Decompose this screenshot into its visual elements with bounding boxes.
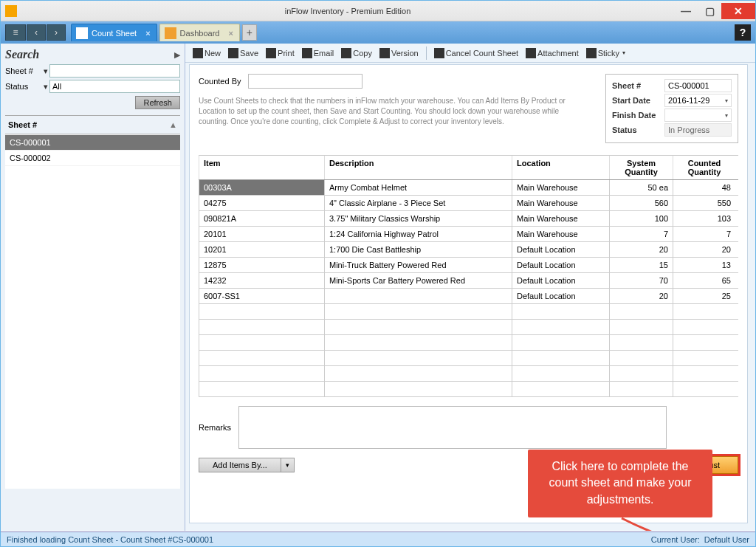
maximize-button[interactable]: ▢ — [698, 3, 721, 19]
status-left: Finished loading Count Sheet - Count She… — [7, 535, 213, 544]
print-icon — [266, 48, 276, 58]
table-row[interactable] — [199, 335, 738, 351]
list-item[interactable]: CS-000002 — [5, 151, 180, 166]
save-icon — [228, 48, 238, 58]
menu-burger-button[interactable]: ≡ — [5, 24, 26, 41]
attachment-icon — [526, 48, 536, 58]
table-row[interactable] — [199, 351, 738, 366]
dashboard-icon — [165, 27, 176, 39]
info-start-date-picker[interactable]: 2016-11-29▾ — [664, 94, 732, 107]
help-button[interactable]: ? — [735, 24, 751, 41]
sheet-filter-dropdown-icon[interactable]: ▾ — [44, 66, 49, 76]
col-item[interactable]: Item — [199, 156, 324, 179]
app-icon — [5, 5, 17, 17]
close-tab-icon[interactable]: × — [145, 29, 150, 38]
dropdown-caret-icon: ▾ — [725, 97, 728, 104]
search-sheet-label: Sheet # — [5, 66, 44, 75]
table-row[interactable]: 00303AArmy Combat HelmetMain Warehouse50… — [199, 180, 738, 196]
info-finish-date-picker[interactable]: ▾ — [664, 109, 732, 122]
table-row[interactable]: 102011:700 Die Cast BattleshipDefault Lo… — [199, 242, 738, 258]
refresh-button[interactable]: Refresh — [135, 96, 180, 109]
info-status-label: Status — [612, 125, 664, 134]
annotation-callout: Click here to complete the count sheet a… — [528, 450, 712, 517]
cancel-icon — [434, 48, 444, 58]
info-sheetnum-label: Sheet # — [612, 81, 664, 90]
info-sheetnum-input[interactable]: CS-000001 — [664, 79, 732, 92]
close-tab-icon[interactable]: × — [228, 29, 233, 38]
email-icon — [302, 48, 312, 58]
window-title: inFlow Inventory - Premium Edition — [21, 7, 674, 16]
remarks-textarea[interactable] — [238, 406, 667, 449]
count-sheet-icon — [76, 27, 88, 39]
collapse-search-icon[interactable]: ▶ — [174, 50, 180, 60]
table-row[interactable] — [199, 304, 738, 320]
table-row[interactable] — [199, 382, 738, 397]
status-user: Default User — [704, 535, 749, 544]
close-button[interactable]: ✕ — [721, 3, 755, 19]
toolbar-email-button[interactable]: Email — [302, 48, 334, 58]
counted-by-input[interactable] — [248, 74, 362, 89]
sticky-icon — [586, 48, 597, 58]
add-items-by-dropdown[interactable]: ▾ — [281, 458, 295, 472]
toolbar-attachment-button[interactable]: Attachment — [526, 48, 579, 58]
copy-icon — [341, 48, 351, 58]
col-system-qty[interactable]: System Quantity — [609, 156, 673, 179]
remarks-label: Remarks — [199, 423, 231, 432]
dropdown-caret-icon: ▾ — [725, 112, 728, 119]
toolbar-sticky-button[interactable]: Sticky▾ — [586, 48, 625, 58]
toolbar-version-button[interactable]: Version — [379, 48, 419, 58]
add-items-by-button[interactable]: Add Items By... — [199, 458, 281, 472]
toolbar-new-button[interactable]: New — [193, 48, 221, 58]
sort-asc-icon[interactable]: ▲ — [169, 120, 177, 129]
table-row[interactable]: 12875Mini-Truck Battery Powered RedDefau… — [199, 258, 738, 273]
tab-count-sheet[interactable]: Count Sheet × — [71, 24, 157, 41]
search-status-select[interactable] — [49, 80, 180, 93]
table-row[interactable]: 090821A3.75" Military Classics WarshipMa… — [199, 211, 738, 227]
status-user-label: Current User: — [651, 535, 700, 544]
info-finish-label: Finish Date — [612, 111, 664, 120]
info-start-label: Start Date — [612, 96, 664, 105]
toolbar-cancel-button[interactable]: Cancel Count Sheet — [434, 48, 518, 58]
help-text: Use Count Sheets to check that the numbe… — [199, 96, 583, 127]
col-description[interactable]: Description — [324, 156, 512, 179]
col-location[interactable]: Location — [512, 156, 609, 179]
table-row[interactable]: 042754" Classic Airplane - 3 Piece SetMa… — [199, 196, 738, 211]
table-row[interactable] — [199, 320, 738, 335]
tab-dashboard[interactable]: Dashboard × — [159, 24, 240, 41]
info-status-value: In Progress — [664, 123, 732, 137]
status-filter-dropdown-icon[interactable]: ▾ — [44, 82, 49, 92]
search-heading: Search — [5, 48, 39, 61]
toolbar-print-button[interactable]: Print — [266, 48, 295, 58]
new-icon — [193, 48, 203, 58]
counted-by-label: Counted By — [199, 77, 241, 86]
version-icon — [379, 48, 390, 58]
list-header-sheetnum[interactable]: Sheet # — [8, 120, 37, 129]
table-row[interactable] — [199, 366, 738, 382]
annotation-arrow — [618, 517, 755, 531]
search-sheet-input[interactable] — [49, 64, 180, 78]
table-row[interactable]: 14232Mini-Sports Car Battery Powered Red… — [199, 273, 738, 289]
nav-back-button[interactable]: ‹ — [27, 24, 46, 41]
add-tab-button[interactable]: + — [242, 24, 257, 41]
col-counted-qty[interactable]: Counted Quantity — [673, 156, 735, 179]
nav-forward-button[interactable]: › — [47, 24, 66, 41]
table-row[interactable]: 201011:24 California Highway PatrolMain … — [199, 227, 738, 242]
search-status-label: Status — [5, 82, 44, 91]
toolbar-save-button[interactable]: Save — [228, 48, 258, 58]
table-row[interactable]: 6007-SS1Default Location2025 — [199, 289, 738, 304]
list-item[interactable]: CS-000001 — [5, 135, 180, 151]
sheet-list: CS-000001CS-000002 — [5, 134, 180, 489]
minimize-button[interactable]: — — [674, 3, 698, 19]
toolbar-copy-button[interactable]: Copy — [341, 48, 372, 58]
